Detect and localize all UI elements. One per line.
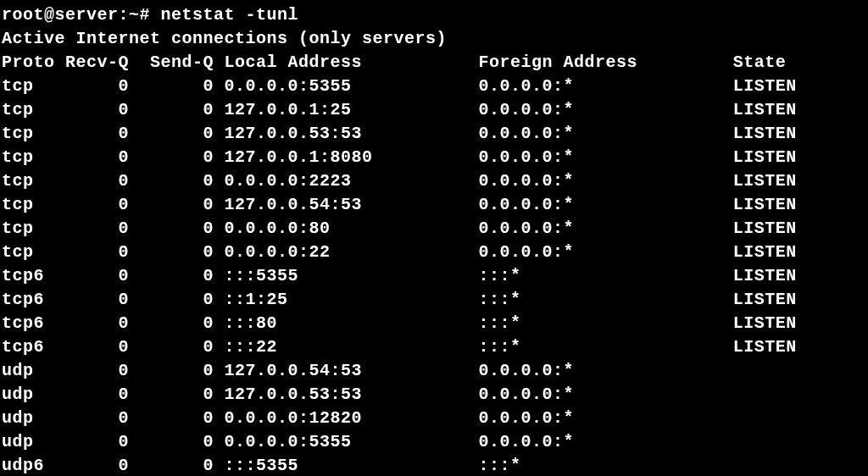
table-row: tcp6 0 0 ::1:25 :::* LISTEN bbox=[2, 288, 866, 312]
table-row: tcp 0 0 127.0.0.53:53 0.0.0.0:* LISTEN bbox=[2, 122, 866, 146]
table-row: tcp 0 0 0.0.0.0:22 0.0.0.0:* LISTEN bbox=[2, 241, 866, 264]
table-row: tcp6 0 0 :::22 :::* LISTEN bbox=[2, 335, 866, 359]
table-row: udp 0 0 0.0.0.0:12820 0.0.0.0:* bbox=[2, 407, 866, 430]
table-row: tcp 0 0 0.0.0.0:2223 0.0.0.0:* LISTEN bbox=[2, 169, 866, 193]
output-subtitle: Active Internet connections (only server… bbox=[2, 27, 866, 51]
table-header: Proto Recv-Q Send-Q Local Address Foreig… bbox=[2, 51, 866, 75]
table-row: udp 0 0 127.0.0.54:53 0.0.0.0:* bbox=[2, 359, 866, 383]
table-row: tcp6 0 0 :::5355 :::* LISTEN bbox=[2, 264, 866, 288]
table-row: udp6 0 0 :::5355 :::* bbox=[2, 454, 866, 476]
table-row: tcp 0 0 127.0.0.1:25 0.0.0.0:* LISTEN bbox=[2, 98, 866, 122]
table-row: tcp 0 0 127.0.0.54:53 0.0.0.0:* LISTEN bbox=[2, 193, 866, 217]
table-row: tcp 0 0 0.0.0.0:80 0.0.0.0:* LISTEN bbox=[2, 217, 866, 241]
table-row: tcp 0 0 0.0.0.0:5355 0.0.0.0:* LISTEN bbox=[2, 75, 866, 98]
table-body: tcp 0 0 0.0.0.0:5355 0.0.0.0:* LISTENtcp… bbox=[2, 75, 866, 476]
table-row: udp 0 0 127.0.0.53:53 0.0.0.0:* bbox=[2, 383, 866, 407]
table-row: tcp 0 0 127.0.0.1:8080 0.0.0.0:* LISTEN bbox=[2, 146, 866, 169]
table-row: udp 0 0 0.0.0.0:5355 0.0.0.0:* bbox=[2, 430, 866, 454]
table-row: tcp6 0 0 :::80 :::* LISTEN bbox=[2, 312, 866, 335]
command-prompt[interactable]: root@server:~# netstat -tunl bbox=[2, 3, 866, 27]
